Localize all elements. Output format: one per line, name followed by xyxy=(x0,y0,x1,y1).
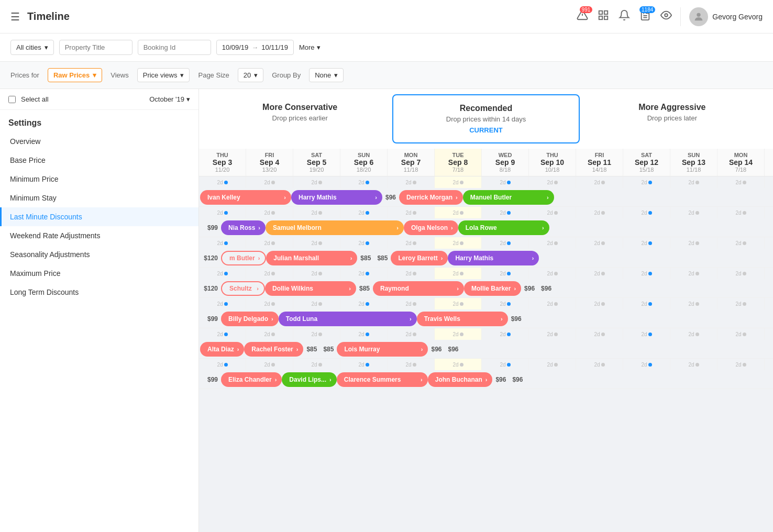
timeline-dot-cell: 2d xyxy=(576,328,623,340)
booking-input[interactable] xyxy=(138,40,211,55)
eye-icon[interactable] xyxy=(660,9,672,24)
timeline-col-Sep-10: THU Sep 10 10/18 xyxy=(529,149,576,176)
timeline-dot-cell: 2d xyxy=(293,298,340,309)
booking-bar[interactable]: Nia Ross› xyxy=(221,220,266,235)
dot-icon xyxy=(507,241,511,245)
sidebar-item-last-minute-discounts[interactable]: Last Minute Discounts xyxy=(0,207,198,226)
sidebar-item-overview[interactable]: Overview xyxy=(0,132,198,151)
booking-bar[interactable]: Lois Murray› xyxy=(337,342,428,357)
bar-label: Harry Mathis xyxy=(299,194,337,201)
sidebar-item-weekend-rate-adjustments[interactable]: Weekend Rate Adjustments xyxy=(0,226,198,245)
timeline-dot-cell: 2d xyxy=(576,268,623,279)
booking-bar[interactable]: Mollie Barker› xyxy=(464,281,521,296)
timeline-bars-row: $120m Butler›Julian Marshall›$85$85Leroy… xyxy=(199,249,773,268)
cell-label: 2d xyxy=(641,301,647,307)
booking-bar[interactable]: Manuel Butler› xyxy=(463,190,554,205)
bell-icon[interactable] xyxy=(619,9,630,24)
prices-for-select[interactable]: Raw Prices ▾ xyxy=(48,68,102,82)
bar-arrow-icon: › xyxy=(441,255,443,261)
svg-point-9 xyxy=(697,13,701,16)
booking-bar[interactable]: Dollie Wilkins› xyxy=(265,281,356,296)
cell-label: 2d xyxy=(547,362,553,368)
cell-label: 2d xyxy=(264,240,270,246)
booking-bar[interactable]: Todd Luna› xyxy=(279,312,417,326)
booking-bar[interactable]: Lola Rowe› xyxy=(458,220,549,235)
dot-icon xyxy=(695,332,699,336)
booking-bar[interactable]: Samuel Melborn› xyxy=(266,220,404,235)
sidebar-item-maximum-price[interactable]: Maximum Price xyxy=(0,264,198,283)
pricing-card-more-aggressive[interactable]: More Aggressive Drop prices later xyxy=(580,94,765,143)
dot-icon xyxy=(554,363,558,367)
user-menu[interactable]: Gevorg Gevorg xyxy=(680,7,763,26)
cell-label: 2d xyxy=(735,210,741,216)
booking-bar[interactable]: Ivan Kelley› xyxy=(200,190,291,205)
bar-label: m Butler xyxy=(229,254,255,262)
city-select[interactable]: All cities ▾ xyxy=(10,40,54,55)
group-by-select[interactable]: None ▾ xyxy=(309,68,344,82)
bar-price: $85 xyxy=(303,346,320,353)
col-day: THU xyxy=(201,152,244,158)
timeline-dot-cell: 2d xyxy=(199,237,246,249)
booking-bar[interactable]: Travis Wells› xyxy=(417,312,508,326)
booking-bar[interactable]: Harry Mathis› xyxy=(291,190,382,205)
booking-bar[interactable]: Billy Delgado› xyxy=(221,312,279,326)
page-size-select[interactable]: 20 ▾ xyxy=(238,68,263,82)
page-size-label: Page Size xyxy=(198,71,229,79)
dot-icon xyxy=(648,363,652,367)
property-input[interactable] xyxy=(59,40,132,55)
dot-icon xyxy=(743,272,746,275)
timeline-bars-row: Alta Diaz›Rachel Foster›$85$85Lois Murra… xyxy=(199,340,773,359)
sidebar-item-long-term-discounts[interactable]: Long Term Discounts xyxy=(0,283,198,302)
pricing-card-more-conservative[interactable]: More Conservative Drop prices earlier xyxy=(207,94,392,143)
dot-icon xyxy=(318,211,322,215)
cell-label: 2d xyxy=(311,240,317,246)
select-all-checkbox[interactable] xyxy=(8,96,16,103)
booking-bar[interactable]: Alta Diaz› xyxy=(200,342,244,357)
cell-label: 2d xyxy=(311,271,317,276)
booking-bar[interactable]: Olga Nelson› xyxy=(404,220,458,235)
views-select[interactable]: Price views ▾ xyxy=(137,68,190,82)
timeline-dot-cell: 2d xyxy=(435,176,482,188)
more-button[interactable]: More ▾ xyxy=(299,43,321,51)
booking-bar[interactable]: m Butler› xyxy=(221,251,266,265)
cell-label: 2d xyxy=(688,240,694,246)
sidebar-item-minimum-stay[interactable]: Minimum Stay xyxy=(0,189,198,207)
timeline-dot-cell: 2d xyxy=(246,298,293,309)
sidebar-item-seasonality-adjustments[interactable]: Seasonality Adjustments xyxy=(0,245,198,264)
layout-icon[interactable] xyxy=(598,9,609,24)
timeline-dot-cell: 2d xyxy=(670,359,717,370)
booking-bar[interactable]: Clarence Summers› xyxy=(337,372,428,387)
col-ratio: 7/18 xyxy=(720,167,762,173)
timeline-dot-cell: 2d xyxy=(340,298,388,309)
month-selector[interactable]: October '19 ▾ xyxy=(149,95,190,103)
timeline-dot-cell: 2d xyxy=(388,207,435,218)
document-icon[interactable]: 1184 xyxy=(639,9,651,24)
booking-bar[interactable]: Leroy Barrett› xyxy=(391,251,448,265)
timeline-dot-cell: 2d xyxy=(529,328,576,340)
pricing-card-sub: Drop prices earlier xyxy=(218,114,382,122)
booking-bar[interactable]: Harry Mathis› xyxy=(448,251,539,265)
sidebar-item-minimum-price[interactable]: Minimum Price xyxy=(0,170,198,189)
bar-arrow-icon: › xyxy=(258,255,260,261)
cell-label: 2d xyxy=(594,331,600,337)
booking-bar[interactable]: Rachel Foster› xyxy=(244,342,303,357)
booking-bar[interactable]: Schultz› xyxy=(221,281,265,296)
booking-bar[interactable]: Raymond› xyxy=(373,281,464,296)
sidebar-item-base-price[interactable]: Base Price xyxy=(0,151,198,170)
booking-bar[interactable]: Derrick Morgan› xyxy=(399,190,463,205)
booking-bar[interactable]: Eliza Chandler› xyxy=(221,372,282,387)
cell-label: 2d xyxy=(264,362,270,368)
timeline-dot-cell: 2d xyxy=(482,207,529,218)
timeline-dot-cell: 2d xyxy=(717,268,765,279)
alert-icon[interactable]: 991 xyxy=(577,9,588,24)
dot-icon xyxy=(554,241,558,245)
bar-arrow-icon: › xyxy=(456,194,458,201)
date-range[interactable]: 10/09/19 → 10/11/19 xyxy=(216,40,294,55)
menu-icon[interactable]: ☰ xyxy=(10,10,20,23)
booking-bar[interactable]: Julian Marshall› xyxy=(266,251,357,265)
bar-label: Eliza Chandler xyxy=(228,376,272,383)
booking-bar[interactable]: John Buchanan› xyxy=(428,372,493,387)
cell-label: 2d xyxy=(641,240,647,246)
pricing-card-recomended[interactable]: Recomended Drop prices within 14 days CU… xyxy=(392,94,579,143)
booking-bar[interactable]: David Lips...› xyxy=(282,372,336,387)
